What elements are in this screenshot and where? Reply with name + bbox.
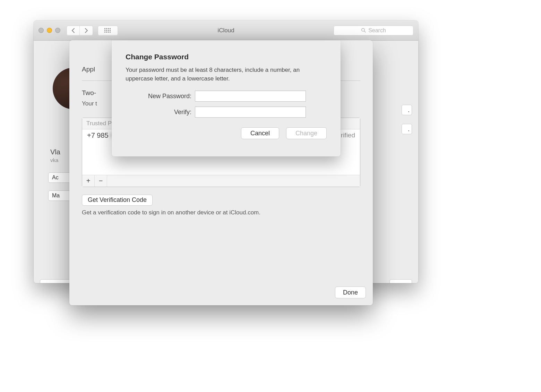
background-button-clip-2[interactable]: . <box>402 124 412 134</box>
svg-line-13 <box>364 31 366 33</box>
user-name: Vla <box>50 148 60 156</box>
search-input[interactable]: Search <box>334 26 413 35</box>
done-button[interactable]: Done <box>335 287 366 298</box>
svg-rect-1 <box>106 28 107 29</box>
svg-rect-4 <box>104 30 105 31</box>
svg-rect-9 <box>106 32 107 33</box>
add-phone-button[interactable]: + <box>82 175 95 187</box>
svg-rect-6 <box>108 30 109 31</box>
svg-rect-10 <box>108 32 109 33</box>
get-code-description: Get a verification code to sign in on an… <box>82 209 360 216</box>
plus-icon: + <box>86 177 91 185</box>
verify-password-row: Verify: <box>126 106 327 118</box>
titlebar: iCloud Search <box>34 20 418 41</box>
grid-icon <box>104 28 111 33</box>
forward-button[interactable] <box>80 26 93 35</box>
button-label: Done <box>343 289 358 296</box>
manage-storage-button-clip[interactable]: age… <box>389 279 412 283</box>
new-password-row: New Password: <box>126 91 327 102</box>
minimize-window-icon[interactable] <box>47 28 52 33</box>
dialog-title: Change Password <box>126 53 327 61</box>
button-label: age… <box>393 281 408 283</box>
show-all-button[interactable] <box>98 26 118 35</box>
svg-rect-2 <box>108 28 109 29</box>
change-button[interactable]: Change <box>286 127 327 139</box>
search-placeholder: Search <box>368 27 386 34</box>
svg-rect-0 <box>104 28 105 29</box>
search-icon <box>361 28 366 33</box>
button-label: Ac <box>52 174 59 181</box>
remove-phone-button[interactable]: − <box>95 175 107 187</box>
dialog-description: Your password must be at least 8 charact… <box>126 66 327 83</box>
nav-group <box>67 26 93 35</box>
close-window-icon[interactable] <box>38 28 44 33</box>
chevron-left-icon <box>71 28 75 33</box>
user-email: vka <box>50 157 58 163</box>
dialog-buttons: Cancel Change <box>126 127 327 139</box>
new-password-label: New Password: <box>126 93 191 100</box>
verify-password-label: Verify: <box>126 109 191 116</box>
get-verification-code-button[interactable]: Get Verification Code <box>82 195 153 206</box>
phone-list-footer: + − <box>82 175 360 187</box>
cancel-button[interactable]: Cancel <box>241 127 279 139</box>
svg-rect-11 <box>110 32 111 33</box>
new-password-field[interactable] <box>195 91 306 102</box>
button-label: Cancel <box>250 130 270 137</box>
svg-rect-3 <box>110 28 111 29</box>
apple-id-label: Appl <box>82 66 95 73</box>
change-password-dialog: Change Password Your password must be at… <box>112 40 341 156</box>
svg-rect-5 <box>106 30 107 31</box>
zoom-window-icon[interactable] <box>55 28 60 33</box>
svg-rect-7 <box>110 30 111 31</box>
chevron-right-icon <box>84 28 88 33</box>
background-button-clip-1[interactable]: . <box>402 105 412 115</box>
back-button[interactable] <box>67 26 80 35</box>
minus-icon: − <box>99 177 103 185</box>
verify-password-field[interactable] <box>195 106 306 118</box>
button-label: Ma <box>52 193 60 199</box>
traffic-lights <box>38 28 60 33</box>
svg-rect-8 <box>104 32 105 33</box>
button-label: Get Verification Code <box>88 196 147 204</box>
button-label: Change <box>295 130 317 137</box>
